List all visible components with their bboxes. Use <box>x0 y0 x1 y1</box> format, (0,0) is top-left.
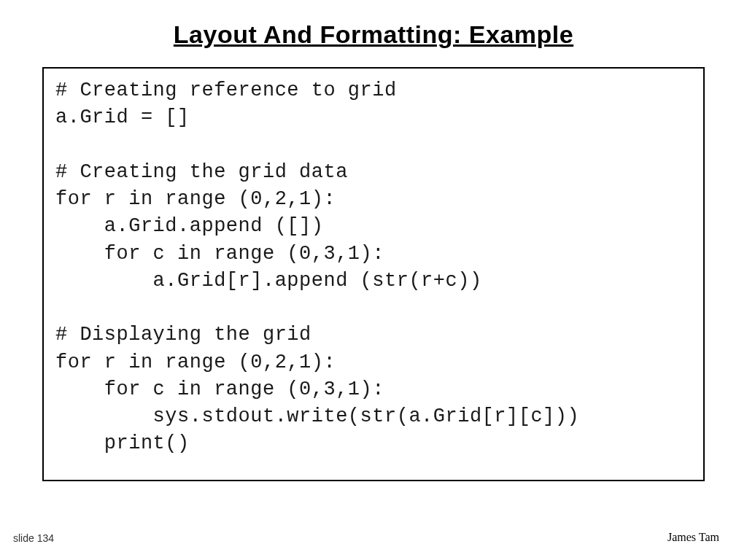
slide: Layout And Formatting: Example # Creatin… <box>0 0 747 560</box>
slide-title: Layout And Formatting: Example <box>0 20 747 49</box>
code-box: # Creating reference to grid a.Grid = []… <box>42 67 705 481</box>
code-block: # Creating reference to grid a.Grid = []… <box>55 77 692 458</box>
author-name: James Tam <box>667 531 719 544</box>
slide-number: slide 134 <box>13 532 54 544</box>
